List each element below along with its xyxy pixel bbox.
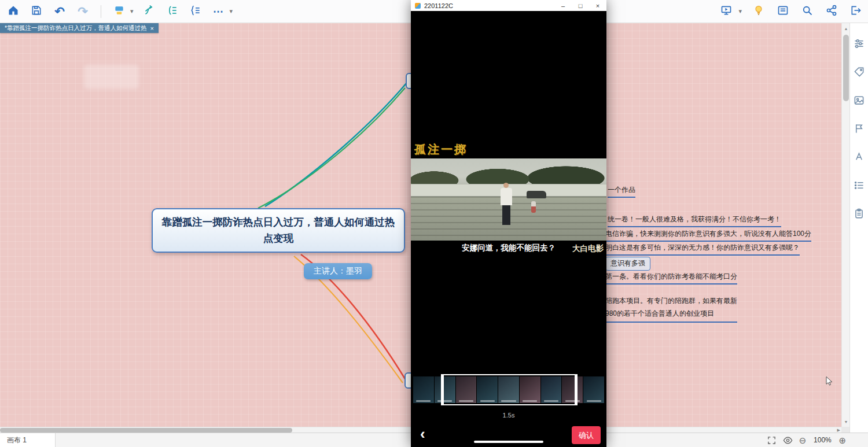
zoom-in-button[interactable]: ⊕ — [838, 436, 846, 445]
export-icon — [850, 5, 862, 19]
eye-icon[interactable] — [783, 435, 793, 445]
filmstrip-thumbnail[interactable] — [413, 376, 434, 403]
font-icon[interactable] — [854, 152, 865, 162]
branch-node[interactable]: 统一卷！一般人很难及格，我获得满分！不信你考一考！ — [608, 215, 781, 227]
right-panel-strip — [849, 23, 868, 433]
filmstrip-thumbnail[interactable] — [562, 376, 583, 403]
window-app-icon — [415, 3, 421, 9]
notes-panel-button[interactable] — [775, 4, 790, 19]
present-caret-icon[interactable]: ▾ — [738, 8, 742, 15]
presenter-badge[interactable]: 主讲人：墨羽 — [304, 263, 372, 279]
fit-view-icon[interactable] — [767, 435, 777, 445]
trim-handle-left[interactable] — [441, 375, 444, 404]
window-title: 2201122C — [424, 2, 554, 9]
app-root: 靠蹭孤注一掷防诈热点日入过万，普通人如何通过热点变现 主讲人：墨羽 一个作品 统… — [0, 0, 868, 447]
home-indicator — [474, 441, 543, 443]
frame-person — [503, 183, 509, 188]
undo-icon: ↶ — [54, 5, 65, 17]
filmstrip-thumbnail[interactable] — [435, 376, 455, 403]
search-button[interactable] — [800, 4, 815, 19]
subtitle-row: 安娜问道，我能不能回去？ 大白电影 — [411, 243, 606, 254]
clipboard-icon[interactable] — [854, 208, 865, 219]
style-caret-icon[interactable]: ▾ — [130, 8, 134, 15]
more-icon: ⋯ — [213, 5, 224, 18]
share-button[interactable] — [824, 4, 839, 19]
flag-icon[interactable] — [854, 123, 865, 134]
branch-node[interactable]: 陪跑本项目。有专门的陪跑群，如果有最新 980的若干个适合普通人的创业项目 — [605, 294, 737, 323]
outline-button[interactable] — [188, 4, 203, 19]
clip-duration: 1.5s — [411, 412, 606, 419]
tab-close-icon[interactable]: × — [150, 25, 154, 32]
filmstrip-thumbnail[interactable] — [456, 376, 477, 403]
minimize-button[interactable]: – — [554, 0, 572, 11]
filmstrip-thumbnail[interactable] — [520, 376, 540, 403]
lightbulb-icon — [753, 5, 764, 19]
branch-node-selected[interactable]: 意识有多强 — [605, 257, 650, 271]
branch-node[interactable]: 第一条。看看你们的防诈考卷能不能考口分 — [605, 272, 737, 285]
redo-icon: ↷ — [78, 5, 88, 17]
canvas-artifact — [84, 65, 139, 89]
save-icon — [31, 5, 42, 19]
video-editor-screen: 孤注一掷 安娜问道，我能不能回去？ 大白电影 — [411, 11, 606, 447]
central-topic-node[interactable]: 靠蹭孤注一掷防诈热点日入过万，普通人如何通过热点变现 — [152, 208, 405, 253]
tag-icon[interactable] — [854, 67, 865, 77]
redo-button[interactable]: ↷ — [75, 4, 90, 19]
numbered-list-icon[interactable] — [854, 180, 865, 191]
home-button[interactable] — [6, 4, 21, 19]
canvas-sheet-tab[interactable]: 画布 1 — [0, 433, 56, 447]
vertical-scrollbar-thumb[interactable] — [843, 35, 849, 101]
frame-person-shirt — [501, 188, 512, 205]
close-button[interactable]: × — [589, 0, 606, 11]
frame-child — [531, 201, 536, 213]
back-button[interactable]: ‹ — [420, 426, 425, 441]
filmstrip-thumbnail[interactable] — [498, 376, 519, 403]
save-button[interactable] — [29, 4, 44, 19]
video-frame — [411, 158, 606, 241]
search-icon — [801, 5, 813, 19]
branch-node-line: 980的若干个适合普通人的创业项目 — [605, 309, 714, 317]
outline-icon — [190, 5, 201, 19]
more-button[interactable]: ⋯ — [211, 4, 226, 19]
vertical-scrollbar[interactable]: ▲ ▼ — [841, 23, 849, 427]
branch-node-line: 陪跑本项目。有专门的陪跑群，如果有最新 — [605, 297, 737, 305]
filmstrip-thumbnail[interactable] — [477, 376, 498, 403]
ideas-button[interactable] — [751, 4, 766, 19]
horizontal-scrollbar-thumb[interactable] — [0, 428, 292, 433]
phone-mirror-window: 2201122C – □ × 孤注一掷 安娜问道，我能不能回去？ 大白电影 — [411, 0, 606, 447]
frame-car — [527, 191, 546, 198]
undo-button[interactable]: ↶ — [52, 4, 67, 19]
zoom-level: 100% — [812, 436, 832, 444]
movie-title-logo: 孤注一掷 — [414, 142, 468, 157]
branch-node[interactable]: 电信诈骗，快来测测你的防诈意识有多强大，听说没有人能答100分 — [605, 229, 811, 242]
branch-node[interactable]: 明白这是有多可怕，深深的无力感！你的防诈意识又有多强呢？ — [605, 243, 800, 256]
style-button[interactable] — [112, 4, 127, 19]
home-icon — [8, 5, 19, 19]
image-icon[interactable] — [854, 95, 865, 106]
filmstrip-thumbnail[interactable] — [583, 376, 604, 403]
relationship-icon — [144, 5, 155, 19]
maximize-button[interactable]: □ — [572, 0, 589, 11]
confirm-button[interactable]: 确认 — [572, 426, 601, 444]
channel-watermark: 大白电影 — [572, 243, 604, 254]
zoom-out-button[interactable]: ⊖ — [799, 436, 807, 445]
present-icon — [720, 5, 732, 19]
toolbar-divider — [101, 5, 101, 18]
summary-button[interactable] — [165, 4, 180, 19]
document-tab[interactable]: *靠蹭孤注一掷防诈热点日入过万，普通人如何通过热点变现 × — [0, 23, 159, 33]
style-icon — [113, 5, 125, 19]
window-titlebar[interactable]: 2201122C – □ × — [411, 0, 606, 11]
trim-handle-right[interactable] — [575, 375, 578, 404]
frame-person-pants — [502, 205, 510, 225]
scroll-down-icon[interactable]: ▼ — [842, 418, 850, 426]
scroll-up-icon[interactable]: ▲ — [842, 24, 850, 32]
branch-node[interactable]: 一个作品 — [608, 185, 635, 198]
more-caret-icon[interactable]: ▾ — [230, 8, 233, 15]
present-button[interactable] — [719, 4, 734, 19]
relationship-button[interactable] — [142, 4, 157, 19]
format-sliders-icon[interactable] — [854, 38, 865, 49]
export-button[interactable] — [848, 4, 863, 19]
notes-panel-icon — [777, 5, 789, 19]
document-tab-title: *靠蹭孤注一掷防诈热点日入过万，普通人如何通过热点变现 — [5, 24, 146, 32]
filmstrip-thumbnail[interactable] — [541, 376, 562, 403]
summary-icon — [167, 5, 178, 19]
